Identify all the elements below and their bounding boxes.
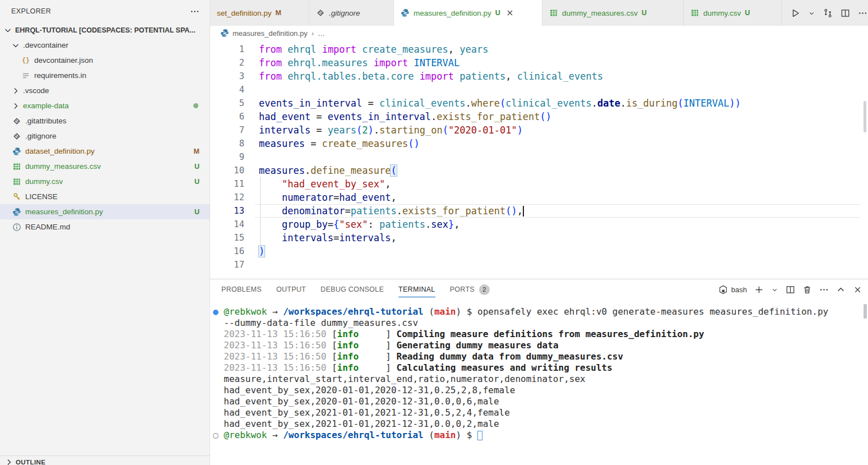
sidebar-item-ehrql-tutorial-codespaces-potential-spa[interactable]: EHRQL-TUTORIAL [CODESPACES: POTENTIAL SP… [0, 22, 210, 38]
sidebar-item-label: .gitignore [25, 132, 57, 140]
code-line[interactable]: 6had_event = events_in_interval.exists_f… [210, 110, 868, 123]
close-panel-button[interactable] [853, 285, 862, 294]
code-text: numerator=had_event, [259, 191, 397, 204]
new-terminal-button[interactable] [754, 285, 764, 294]
maximize-panel-button[interactable] [836, 285, 846, 294]
git-status-badge: U [194, 178, 199, 186]
chevron-down-icon [11, 41, 20, 50]
sidebar-item-devcontainer[interactable]: .devcontainer [0, 38, 210, 53]
line-number: 8 [210, 137, 259, 150]
panel-tab-label: PORTS [450, 286, 475, 293]
code-editor[interactable]: 1from ehrql import create_measures, year… [210, 40, 868, 279]
terminal-scrollbar-thumb[interactable] [864, 304, 867, 319]
line-number: 10 [210, 164, 259, 177]
code-line[interactable]: 2from ehrql.measures import INTERVAL [210, 56, 868, 70]
sidebar-item-example-data[interactable]: example-data [0, 98, 210, 113]
code-line[interactable]: 5events_in_interval = clinical_events.wh… [210, 96, 868, 110]
explorer-sidebar: EXPLORER EHRQL-TUTORIAL [CODESPACES: POT… [0, 0, 210, 465]
sidebar-item-label: LICENSE [25, 192, 58, 201]
code-line[interactable]: 17 [210, 258, 868, 271]
run-button[interactable] [791, 8, 800, 18]
code-line[interactable]: 16) [210, 245, 868, 258]
code-line[interactable]: 12 numerator=had_event, [210, 191, 868, 204]
split-editor-button[interactable] [841, 8, 850, 18]
code-line[interactable]: 11 "had_event_by_sex", [210, 177, 868, 191]
chevron-right-icon [11, 102, 20, 111]
indent-guide [260, 204, 261, 218]
tab-dummy-measures-csv[interactable]: dummy_measures.csvU [542, 0, 684, 26]
bash-icon [718, 285, 728, 294]
terminal-more-actions[interactable] [819, 285, 829, 294]
indent-guide [260, 218, 261, 231]
sidebar-item-gitignore[interactable]: .gitignore [0, 128, 210, 144]
code-line[interactable]: 14 group_by={"sex": patients.sex}, [210, 218, 868, 231]
indent-guide [260, 191, 261, 204]
code-line[interactable]: 8measures = create_measures() [210, 137, 868, 150]
sidebar-item-vscode[interactable]: .vscode [0, 83, 210, 98]
sidebar-item-readme-md[interactable]: README.md [0, 219, 210, 234]
sidebar-item-dummy-measures-csv[interactable]: dummy_measures.csvU [0, 159, 210, 174]
sidebar-item-gitattributes[interactable]: .gitattributes [0, 113, 210, 128]
python-icon [12, 147, 21, 156]
sidebar-item-requirements-in[interactable]: requirements.in [0, 68, 210, 83]
panel-tabs: PROBLEMSOUTPUTDEBUG CONSOLETERMINALPORTS… [221, 279, 504, 300]
terminal-line: ● @rebkwok → /workspaces/ehrql-tutorial … [213, 306, 868, 317]
code-line[interactable]: 7intervals = years(2).starting_on("2020-… [210, 123, 868, 137]
terminal-cursor [477, 431, 482, 440]
terminal-line: --dummy-data-file dummy_measures.csv [213, 317, 868, 329]
git-icon [12, 132, 21, 141]
panel-tab-debug-console[interactable]: DEBUG CONSOLE [321, 279, 384, 300]
terminal-line: 2023-11-13 15:16:50 [info ] Reading dumm… [213, 351, 868, 362]
panel-tab-output[interactable]: OUTPUT [276, 279, 306, 300]
shell-chip[interactable]: bash [718, 285, 747, 294]
sidebar-item-license[interactable]: LICENSE [0, 189, 210, 204]
close-icon[interactable] [505, 8, 514, 17]
panel-tab-ports[interactable]: PORTS2 [450, 279, 490, 300]
chevron-down-icon [3, 26, 12, 35]
code-line[interactable]: 13 denominator=patients.exists_for_patie… [210, 204, 868, 218]
breadcrumb-more[interactable]: … [318, 29, 325, 38]
csv-table-icon [12, 177, 21, 186]
tab-dummy-csv[interactable]: dummy.csvU [684, 0, 782, 26]
git-status-badge: U [194, 163, 199, 171]
code-line[interactable]: 3from ehrql.tables.beta.core import pati… [210, 70, 868, 83]
code-text: from ehrql import create_measures, years [259, 43, 489, 56]
code-line[interactable]: 15 intervals=intervals, [210, 231, 868, 245]
terminal-line: had_event_by_sex,2020-01-01,2020-12-31,0… [213, 385, 868, 396]
sidebar-item-devcontainer-json[interactable]: {}devcontainer.json [0, 53, 210, 68]
panel-tab-terminal[interactable]: TERMINAL [398, 279, 435, 300]
panel-tab-problems[interactable]: PROBLEMS [221, 279, 262, 300]
kill-terminal-button[interactable] [802, 285, 812, 294]
chevron-right-icon [11, 86, 20, 95]
sidebar-item-measures-definition-py[interactable]: measures_definition.pyU [0, 204, 210, 219]
code-line[interactable]: 4 [210, 83, 868, 96]
sidebar-item-dataset-definition-py[interactable]: dataset_definition.pyM [0, 144, 210, 159]
split-terminal-button[interactable] [786, 285, 795, 294]
run-dropdown-chevron[interactable] [808, 8, 815, 18]
code-text: from ehrql.tables.beta.core import patie… [259, 70, 603, 83]
explorer-more-actions-icon[interactable] [190, 7, 199, 16]
code-line[interactable]: 10measures.define_measure( [210, 164, 868, 177]
code-line[interactable]: 9 [210, 150, 868, 164]
sidebar-item-dummy-csv[interactable]: dummy.csvU [0, 174, 210, 189]
outline-section-header[interactable]: OUTLINE [0, 455, 210, 465]
tab-measures-definition-py[interactable]: measures_definition.pyU [394, 0, 542, 26]
breadcrumb[interactable]: measures_definition.py › … [210, 26, 868, 40]
tab-gitignore[interactable]: .gitignore [309, 0, 394, 26]
line-number: 7 [210, 123, 259, 137]
editor-group: set_definition.pyM.gitignoremeasures_def… [210, 0, 868, 465]
terminal-line: ○ @rebkwok → /workspaces/ehrql-tutorial … [213, 430, 868, 441]
file-tree: EHRQL-TUTORIAL [CODESPACES: POTENTIAL SP… [0, 22, 210, 234]
sidebar-item-label: dummy.csv [25, 177, 63, 186]
more-actions-button[interactable] [858, 8, 867, 18]
line-number: 13 [210, 204, 259, 218]
breadcrumb-file[interactable]: measures_definition.py [233, 29, 308, 38]
line-number: 14 [210, 218, 259, 231]
open-changes-button[interactable] [823, 8, 833, 18]
tab-set-definition-py[interactable]: set_definition.pyM [210, 0, 309, 26]
terminal[interactable]: ● @rebkwok → /workspaces/ehrql-tutorial … [210, 300, 868, 465]
code-text: measures.define_measure( [259, 164, 397, 177]
tab-label: dummy.csv [703, 9, 741, 17]
terminal-dropdown-chevron[interactable] [771, 285, 778, 294]
code-line[interactable]: 1from ehrql import create_measures, year… [210, 43, 868, 56]
